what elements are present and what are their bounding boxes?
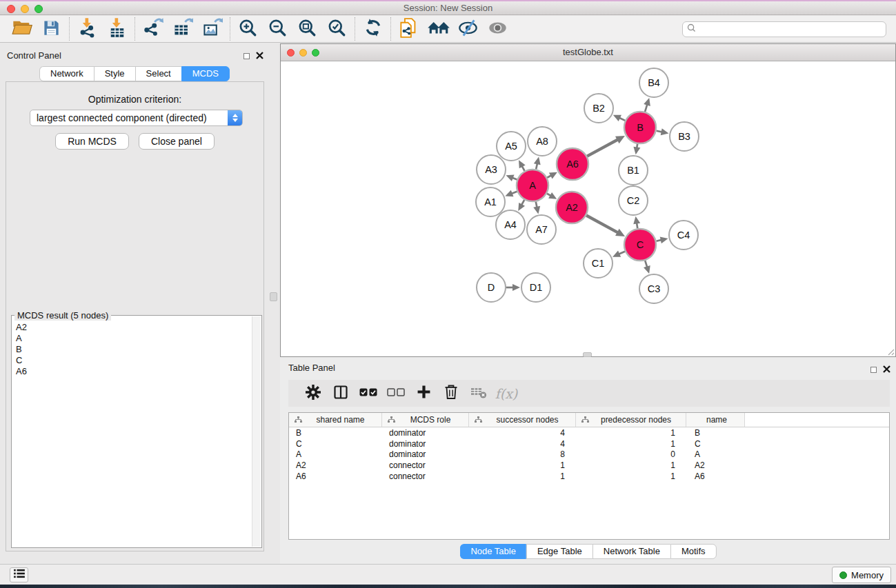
table-cell: A2: [289, 460, 382, 470]
float-panel-icon[interactable]: [870, 367, 877, 373]
column-header[interactable]: name: [686, 413, 745, 427]
delete-row-button[interactable]: [437, 383, 465, 404]
graph-edge-arrow: [633, 216, 640, 225]
memory-button[interactable]: Memory: [832, 567, 891, 583]
list-item[interactable]: A: [16, 333, 261, 344]
list-item[interactable]: A2: [16, 322, 261, 333]
close-panel-icon[interactable]: [883, 363, 890, 376]
graph-node-label: B3: [678, 131, 690, 142]
select-all-columns-button[interactable]: [355, 383, 382, 404]
tab-mcds[interactable]: MCDS: [181, 66, 230, 81]
zoom-selected-button[interactable]: [322, 17, 352, 41]
control-panel-tabs: Network Style Select MCDS: [39, 66, 230, 81]
export-network-button[interactable]: [138, 17, 168, 41]
zoom-out-button[interactable]: [263, 17, 292, 41]
column-header[interactable]: shared name: [289, 413, 382, 427]
tab-node-table[interactable]: Node Table: [459, 544, 526, 559]
toolbar-separator: [355, 17, 355, 41]
table-cell: 8: [469, 449, 576, 459]
table-row[interactable]: Bdominator41B: [289, 427, 889, 438]
network-window-titlebar[interactable]: testGlobe.txt: [281, 44, 895, 61]
table-row[interactable]: A2connector11A2: [289, 460, 889, 471]
close-window-button[interactable]: [7, 5, 15, 13]
table-row[interactable]: A6connector11A6: [289, 471, 889, 482]
toolbar-separator: [69, 17, 70, 41]
refresh-button[interactable]: [358, 17, 388, 41]
table-toolbar: f(x): [288, 380, 890, 407]
graph-edge-arrow: [512, 284, 520, 291]
graph-node-label: A3: [485, 164, 497, 175]
minimize-network-button[interactable]: [299, 49, 307, 57]
export-image-button[interactable]: [197, 17, 227, 41]
deselect-all-columns-button[interactable]: [382, 383, 410, 404]
column-header[interactable]: predecessor nodes: [576, 413, 686, 427]
search-field[interactable]: [682, 21, 886, 37]
list-item[interactable]: A6: [16, 366, 261, 377]
task-history-button[interactable]: [10, 567, 28, 582]
network-view-window: testGlobe.txt B4B2BB3A5A8A6B1A3AC2A1A2A4…: [280, 43, 896, 357]
column-header[interactable]: successor nodes: [469, 413, 576, 427]
table-cell: 4: [469, 439, 576, 449]
unchecked-boxes-icon: [387, 387, 405, 400]
table-cell: A: [289, 449, 382, 459]
open-session-button[interactable]: [7, 17, 37, 41]
result-scrollbar[interactable]: [252, 316, 261, 547]
show-panels-button[interactable]: [483, 17, 512, 41]
close-network-button[interactable]: [287, 49, 295, 57]
graph-node-label: D1: [530, 282, 543, 293]
tab-style[interactable]: Style: [94, 66, 135, 81]
search-input[interactable]: [699, 23, 886, 35]
horizontal-divider-handle[interactable]: [583, 352, 592, 357]
table-cell: dominator: [382, 449, 469, 459]
duplicate-network-button[interactable]: [394, 17, 424, 41]
tab-select[interactable]: Select: [135, 66, 181, 81]
delete-table-button[interactable]: [465, 383, 492, 404]
maximize-network-button[interactable]: [312, 49, 319, 57]
add-row-button[interactable]: [410, 383, 437, 404]
table-settings-button[interactable]: [299, 383, 327, 404]
table-row[interactable]: Cdominator41C: [289, 438, 889, 449]
save-session-button[interactable]: [37, 17, 66, 41]
export-table-button[interactable]: [168, 17, 197, 41]
float-panel-icon[interactable]: [243, 53, 250, 59]
graph-node-label: C2: [627, 195, 640, 206]
tab-network[interactable]: Network: [39, 66, 94, 81]
column-header[interactable]: MCDS role: [382, 413, 469, 427]
zoom-fit-button[interactable]: [292, 17, 322, 41]
tab-motifs[interactable]: Motifs: [670, 544, 717, 559]
zoom-in-icon: [238, 18, 258, 41]
criterion-dropdown[interactable]: largest connected component (directed): [30, 110, 243, 126]
graph-edge[interactable]: [587, 139, 618, 156]
table-cell: C: [686, 439, 745, 449]
graph-node-label: C3: [648, 283, 661, 294]
list-item[interactable]: B: [16, 344, 261, 355]
table-cell: connector: [382, 460, 469, 470]
vertical-divider-handle[interactable]: [270, 292, 277, 301]
minimize-window-button[interactable]: [21, 5, 29, 13]
export-network-icon: [143, 17, 163, 41]
double-home-icon: [427, 19, 450, 40]
import-table-button[interactable]: [102, 17, 132, 41]
close-panel-button[interactable]: Close panel: [139, 133, 215, 150]
table-cell: A6: [686, 472, 745, 481]
graph-edge[interactable]: [586, 215, 619, 232]
function-builder-button[interactable]: f(x): [492, 383, 520, 404]
import-network-button[interactable]: [72, 17, 102, 41]
run-mcds-button[interactable]: Run MCDS: [55, 133, 129, 150]
network-canvas[interactable]: B4B2BB3A5A8A6B1A3AC2A1A2A4A7C4CC1C3DD1: [281, 61, 895, 356]
maximize-window-button[interactable]: [34, 5, 43, 13]
split-view-button[interactable]: [327, 383, 355, 404]
tab-edge-table[interactable]: Edge Table: [526, 544, 593, 559]
zoom-in-button[interactable]: [233, 17, 263, 41]
first-neighbors-button[interactable]: [424, 17, 453, 41]
save-floppy-icon: [42, 19, 61, 40]
table-row[interactable]: Adominator80A: [289, 449, 889, 460]
hide-panels-button[interactable]: [453, 17, 483, 41]
graph-edge-arrow: [661, 128, 669, 135]
close-panel-icon[interactable]: [256, 50, 263, 62]
graph-node-label: C1: [592, 258, 605, 269]
list-item[interactable]: C: [16, 355, 261, 366]
resize-grip-icon[interactable]: [886, 347, 895, 356]
graph-node-label: C4: [677, 230, 690, 241]
tab-network-table[interactable]: Network Table: [593, 544, 670, 559]
